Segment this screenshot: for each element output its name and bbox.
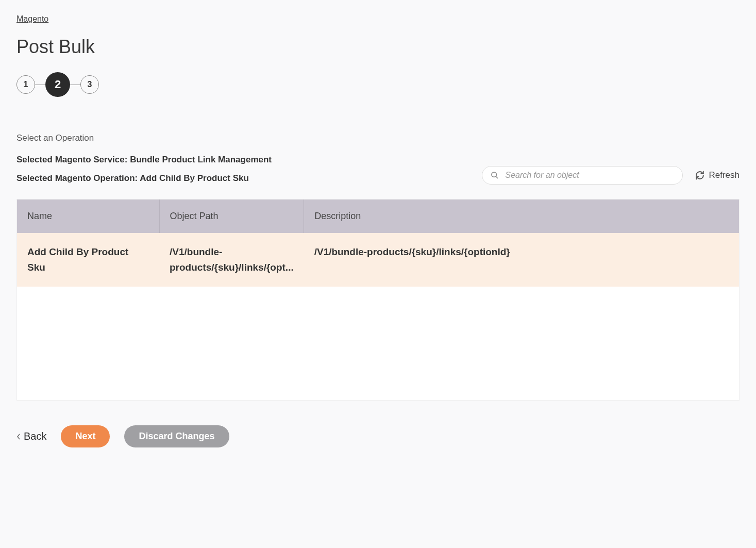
discard-button[interactable]: Discard Changes: [124, 425, 229, 447]
step-connector: [35, 85, 45, 85]
search-icon: [491, 171, 499, 179]
breadcrumb-link[interactable]: Magento: [16, 14, 48, 24]
refresh-button[interactable]: Refresh: [695, 170, 740, 180]
step-connector: [70, 85, 80, 85]
svg-line-1: [496, 176, 498, 178]
search-field[interactable]: [482, 166, 683, 185]
step-1[interactable]: 1: [16, 75, 35, 94]
stepper: 1 2 3: [16, 72, 740, 97]
column-header-name[interactable]: Name: [17, 200, 159, 233]
refresh-label: Refresh: [709, 170, 740, 180]
selected-operation: Selected Magento Operation: Add Child By…: [16, 172, 272, 185]
step-3[interactable]: 3: [80, 75, 99, 94]
cell-description: /V1/bundle-products/{sku}/links/{optionI…: [304, 233, 739, 287]
selected-service: Selected Magento Service: Bundle Product…: [16, 154, 272, 166]
cell-name: Add Child By Product Sku: [17, 233, 159, 287]
section-label: Select an Operation: [16, 133, 740, 143]
table-row[interactable]: Add Child By Product Sku /V1/bundle-prod…: [17, 233, 739, 287]
refresh-icon: [695, 171, 704, 180]
operations-table: Name Object Path Description Add Child B…: [16, 199, 740, 401]
svg-point-0: [492, 172, 496, 177]
column-header-path[interactable]: Object Path: [159, 200, 304, 233]
step-2[interactable]: 2: [45, 72, 70, 97]
search-input[interactable]: [505, 171, 674, 180]
column-header-description[interactable]: Description: [304, 200, 739, 233]
next-button[interactable]: Next: [61, 425, 110, 447]
back-button[interactable]: Back: [16, 430, 46, 442]
cell-path: /V1/bundle-products/{sku}/links/{opt...: [159, 233, 304, 287]
footer-actions: Back Next Discard Changes: [16, 425, 740, 447]
table-empty-space: [17, 287, 739, 400]
chevron-left-icon: [16, 433, 21, 440]
page-title: Post Bulk: [16, 36, 740, 58]
back-label: Back: [24, 430, 46, 442]
